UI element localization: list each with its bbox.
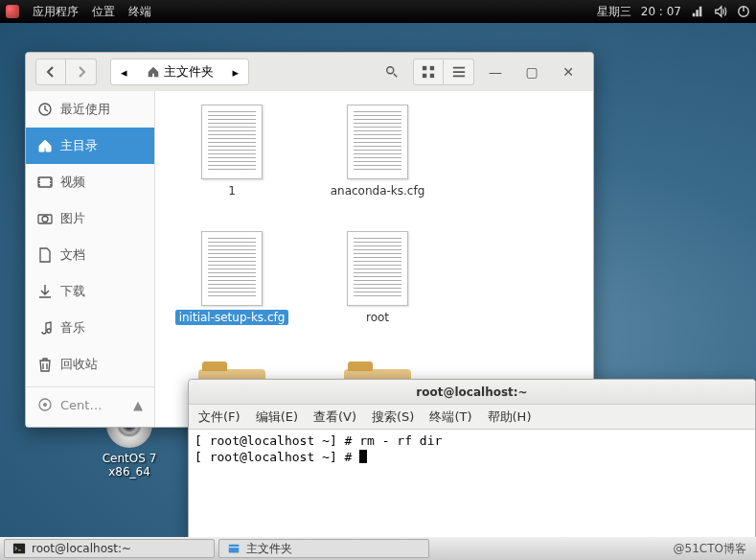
svg-rect-13 — [13, 544, 25, 554]
sidebar-item-downloads[interactable]: 下载 — [26, 273, 154, 310]
sidebar-item-recent[interactable]: 最近使用 — [26, 91, 154, 128]
sidebar-item-device[interactable]: Cent…▲ — [26, 386, 154, 422]
file-item[interactable]: root — [305, 231, 450, 358]
window-minimize-button[interactable]: — — [480, 58, 511, 85]
back-button[interactable] — [35, 58, 66, 85]
home-icon — [37, 138, 53, 153]
svg-rect-4 — [423, 74, 426, 78]
cursor-icon — [359, 450, 367, 463]
forward-button[interactable] — [66, 58, 97, 85]
file-name: root — [362, 310, 393, 325]
path-current[interactable]: 主文件夹 — [137, 59, 223, 84]
top-panel-left: 应用程序 位置 终端 — [6, 4, 151, 20]
home-icon — [147, 65, 160, 79]
terminal-prompt: [ root@localhost ~] # — [195, 433, 359, 448]
sidebar-item-video[interactable]: 视频 — [26, 164, 154, 200]
taskbar-item-terminal[interactable]: root@localhost:~ — [4, 539, 215, 558]
top-panel: 应用程序 位置 终端 星期三 20 : 07 — [0, 0, 756, 23]
svg-rect-3 — [430, 66, 434, 70]
document-icon — [347, 231, 408, 306]
menu-help[interactable]: 帮助(H) — [488, 408, 532, 426]
file-manager-window: ◂ 主文件夹 ▸ — ▢ ✕ — [25, 52, 594, 428]
svg-rect-2 — [423, 66, 426, 70]
fm-body: 最近使用 主目录 视频 图片 文档 下载 音乐 回收站 Cent…▲ 1 ana… — [26, 91, 593, 427]
sidebar-item-home[interactable]: 主目录 — [26, 128, 154, 164]
sidebar-item-documents[interactable]: 文档 — [26, 237, 154, 273]
sidebar-item-trash[interactable]: 回收站 — [26, 346, 154, 383]
terminal-title: root@localhost:~ — [189, 380, 755, 405]
sidebar-item-pictures[interactable]: 图片 — [26, 200, 154, 237]
path-bar[interactable]: ◂ 主文件夹 ▸ — [110, 58, 249, 85]
sidebar-item-label: 主目录 — [60, 137, 98, 154]
view-icons-button[interactable] — [413, 58, 444, 85]
path-current-label: 主文件夹 — [164, 63, 214, 81]
terminal-menubar: 文件(F) 编辑(E) 查看(V) 搜索(S) 终端(T) 帮助(H) — [189, 405, 755, 430]
sidebar-item-label: 视频 — [60, 174, 85, 191]
disc-icon — [37, 397, 53, 412]
menu-applications[interactable]: 应用程序 — [33, 4, 79, 20]
menu-terminal[interactable]: 终端(T) — [429, 408, 471, 426]
taskbar-item-files[interactable]: 主文件夹 — [218, 539, 429, 558]
file-item[interactable]: anaconda-ks.cfg — [305, 105, 450, 231]
sidebar-item-label: 音乐 — [60, 319, 85, 337]
view-list-button[interactable] — [444, 58, 474, 85]
path-next-button[interactable]: ▸ — [223, 59, 249, 84]
network-icon[interactable] — [691, 5, 704, 18]
terminal-prompt: [ root@localhost ~] # — [195, 450, 359, 464]
volume-icon[interactable] — [714, 5, 727, 18]
svg-rect-5 — [430, 74, 434, 78]
desktop[interactable]: CentOS 7 x86_64 ◂ 主文件夹 ▸ — [0, 23, 756, 537]
desktop-disc-label: CentOS 7 x86_64 — [91, 452, 168, 478]
svg-point-12 — [44, 404, 47, 407]
sidebar-item-label: 最近使用 — [60, 101, 110, 118]
menu-edit[interactable]: 编辑(E) — [256, 408, 298, 426]
document-icon — [201, 105, 263, 179]
document-icon — [37, 247, 53, 263]
file-name: 1 — [224, 183, 240, 198]
file-name: initial-setup-ks.cfg — [175, 310, 289, 325]
terminal-command: rm - rf dir — [359, 433, 442, 448]
window-close-button[interactable]: ✕ — [553, 58, 584, 85]
sidebar-item-label: Cent… — [60, 398, 102, 412]
trash-icon — [37, 357, 53, 372]
taskbar-item-label: root@localhost:~ — [32, 542, 131, 555]
chevron-right-icon — [76, 66, 87, 78]
watermark-text: @51CTO博客 — [674, 541, 752, 557]
clock-day: 星期三 — [597, 4, 631, 20]
file-pane[interactable]: 1 anaconda-ks.cfg initial-setup-ks.cfg r… — [155, 91, 593, 427]
terminal-window: root@localhost:~ 文件(F) 编辑(E) 查看(V) 搜索(S)… — [188, 379, 756, 540]
music-icon — [37, 320, 53, 336]
svg-rect-15 — [229, 547, 240, 548]
path-prev-button[interactable]: ◂ — [111, 59, 137, 84]
eject-icon[interactable]: ▲ — [133, 398, 143, 412]
menu-file[interactable]: 文件(F) — [198, 408, 241, 426]
document-icon — [201, 231, 263, 306]
menu-places[interactable]: 位置 — [92, 4, 115, 20]
document-icon — [347, 105, 408, 179]
sidebar: 最近使用 主目录 视频 图片 文档 下载 音乐 回收站 Cent…▲ — [26, 91, 155, 427]
svg-point-10 — [47, 329, 51, 333]
grid-icon — [422, 65, 435, 79]
sidebar-item-label: 下载 — [60, 283, 85, 300]
terminal-body[interactable]: [ root@localhost ~] # rm - rf dir [ root… — [189, 430, 755, 539]
file-name: anaconda-ks.cfg — [327, 183, 429, 198]
sidebar-item-label: 文档 — [60, 246, 85, 264]
video-icon — [37, 175, 53, 190]
power-icon[interactable] — [737, 5, 750, 18]
sidebar-item-music[interactable]: 音乐 — [26, 310, 154, 346]
svg-point-9 — [42, 217, 48, 222]
search-button[interactable] — [377, 58, 407, 85]
menu-view[interactable]: 查看(V) — [313, 408, 356, 426]
top-panel-right: 星期三 20 : 07 — [597, 4, 750, 20]
fm-toolbar: ◂ 主文件夹 ▸ — ▢ ✕ — [26, 53, 593, 91]
file-item[interactable]: 1 — [159, 105, 305, 231]
file-item[interactable]: initial-setup-ks.cfg — [159, 231, 305, 358]
menu-search[interactable]: 搜索(S) — [372, 408, 414, 426]
svg-point-1 — [387, 67, 394, 74]
clock-icon — [37, 102, 53, 117]
taskbar-item-label: 主文件夹 — [246, 541, 292, 557]
activities-icon[interactable] — [6, 5, 19, 18]
menu-terminal[interactable]: 终端 — [128, 4, 151, 20]
window-maximize-button[interactable]: ▢ — [516, 58, 547, 85]
camera-icon — [37, 211, 53, 226]
